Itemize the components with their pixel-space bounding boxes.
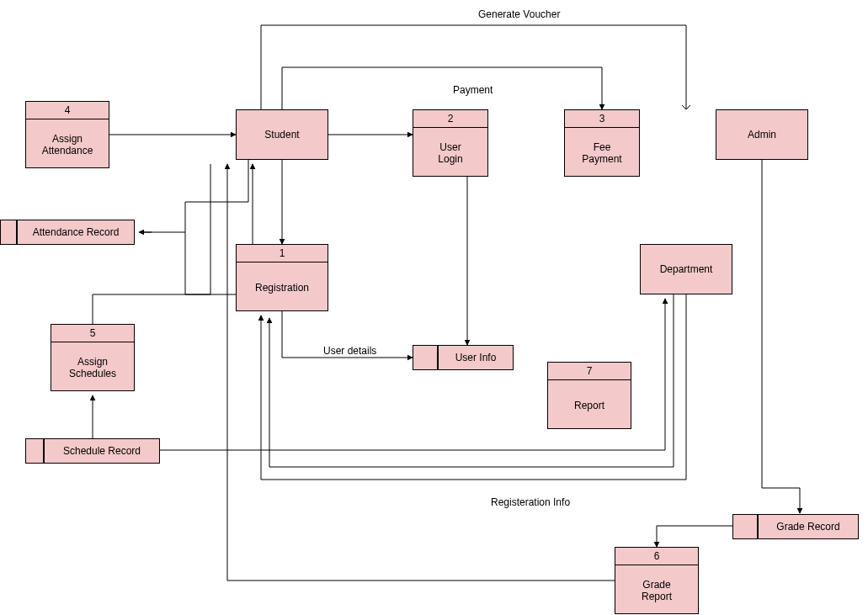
process-2-name: User Login <box>413 129 487 178</box>
datastore-attendance: Attendance Record <box>17 220 135 245</box>
datastore-userinfo-tab <box>413 345 438 370</box>
process-assign-schedules: 5 Assign Schedules <box>51 324 135 391</box>
datastore-attendance-label: Attendance Record <box>18 220 134 244</box>
entity-student-label: Student <box>237 110 327 159</box>
dfd-canvas: 4 Assign Attendance Student 2 User Login… <box>0 0 868 615</box>
entity-department-label: Department <box>641 245 732 294</box>
process-3-name: Fee Payment <box>565 129 639 178</box>
process-2-num: 2 <box>448 113 454 125</box>
entity-admin: Admin <box>716 109 808 160</box>
process-7-header: 7 <box>547 362 631 380</box>
process-1-name: Registration <box>237 263 327 312</box>
process-grade-report: 6 Grade Report <box>615 547 699 614</box>
process-5-name: Assign Schedules <box>51 343 134 392</box>
process-5-header: 5 <box>51 324 135 342</box>
process-3-num: 3 <box>599 113 605 125</box>
process-1-header: 1 <box>236 244 328 262</box>
process-2-header: 2 <box>413 109 488 128</box>
datastore-schedule-tab <box>25 438 44 464</box>
process-1-num: 1 <box>280 247 285 259</box>
process-report: 7 Report <box>547 362 631 429</box>
process-3-header: 3 <box>564 109 640 128</box>
entity-department: Department <box>640 244 732 294</box>
process-6-num: 6 <box>654 550 660 562</box>
process-7-name: Report <box>548 381 631 430</box>
process-registration: 1 Registration <box>236 244 328 311</box>
datastore-userinfo-label: User Info <box>439 346 513 369</box>
datastore-grade-tab <box>732 514 758 539</box>
process-5-num: 5 <box>90 327 96 339</box>
datastore-schedule: Schedule Record <box>44 438 160 464</box>
datastore-grade-label: Grade Record <box>759 515 858 538</box>
process-4-num: 4 <box>65 104 71 116</box>
process-6-name: Grade Report <box>615 566 698 615</box>
flow-registration-info: Registeration Info <box>491 496 570 508</box>
process-assign-attendance: 4 Assign Attendance <box>25 101 109 168</box>
datastore-attendance-tab <box>0 220 17 245</box>
datastore-userinfo: User Info <box>438 345 514 370</box>
datastore-schedule-label: Schedule Record <box>45 439 159 463</box>
process-4-header: 4 <box>25 101 109 119</box>
process-user-login: 2 User Login <box>413 109 488 177</box>
process-fee-payment: 3 Fee Payment <box>564 109 640 177</box>
process-4-name: Assign Attendance <box>26 120 109 169</box>
flow-payment: Payment <box>453 84 493 96</box>
process-6-header: 6 <box>615 547 699 565</box>
entity-student: Student <box>236 109 328 160</box>
flow-generate-voucher: Generate Voucher <box>478 8 560 20</box>
datastore-grade: Grade Record <box>758 514 859 539</box>
entity-admin-label: Admin <box>716 110 807 159</box>
process-7-num: 7 <box>587 365 593 377</box>
flow-user-details: User details <box>323 345 376 357</box>
